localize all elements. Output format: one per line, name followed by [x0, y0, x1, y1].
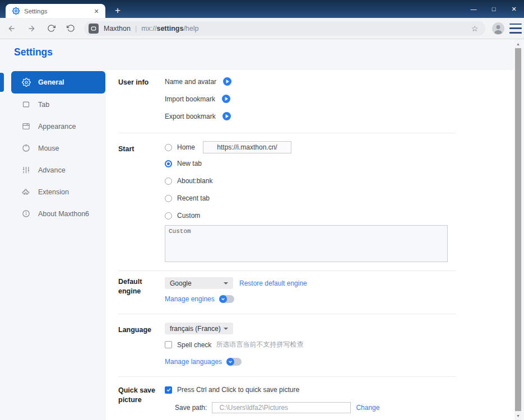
- user-info-row: Name and avatar: [165, 77, 231, 86]
- puzzle-icon: [21, 187, 31, 197]
- arrow-right-icon: [222, 95, 230, 103]
- scroll-up-arrow[interactable]: ▲: [514, 40, 522, 48]
- undo-button[interactable]: [63, 21, 78, 36]
- window-controls: — □ ✕: [463, 0, 524, 18]
- radio-about-blank-label: About:blank: [177, 177, 212, 185]
- tab-settings[interactable]: Settings ✕: [6, 4, 105, 18]
- start-option-custom[interactable]: Custom: [165, 212, 200, 220]
- quick-save-checkbox[interactable]: [165, 386, 172, 394]
- start-option-recent[interactable]: Recent tab: [165, 194, 210, 202]
- radio-about-blank[interactable]: [165, 178, 172, 185]
- quick-save-checkbox-row[interactable]: Press Ctrl and Click to quick save pictu…: [165, 386, 299, 394]
- bookmark-star-icon[interactable]: ☆: [470, 24, 480, 34]
- divider: [118, 376, 456, 377]
- selected-indicator: [0, 73, 4, 92]
- check-icon: [166, 387, 171, 393]
- sidebar-item-label: Extension: [38, 188, 69, 196]
- gear-icon: [12, 7, 20, 15]
- sliders-icon: [21, 165, 31, 175]
- sidebar-item-label: Appearance: [38, 123, 76, 130]
- mouse-icon: [21, 143, 31, 153]
- quick-save-label: Quick save picture: [118, 386, 157, 405]
- start-option-aboutblank[interactable]: About:blank: [165, 177, 212, 185]
- forward-arrow-icon: [27, 24, 36, 33]
- save-path-row: Save path: Change: [175, 402, 379, 413]
- radio-home[interactable]: [165, 144, 172, 151]
- default-engine-row: Google Restore default engine: [165, 277, 307, 289]
- scroll-down-arrow[interactable]: ▼: [514, 412, 522, 419]
- refresh-button[interactable]: [43, 21, 59, 36]
- address-url: mx://settings/help: [141, 25, 198, 32]
- tab-icon: [21, 100, 31, 109]
- back-button[interactable]: [4, 21, 20, 36]
- forward-button[interactable]: [24, 21, 39, 36]
- language-dropdown[interactable]: français (France): [165, 323, 233, 334]
- hamburger-menu-icon[interactable]: [509, 24, 522, 34]
- tab-close-button[interactable]: ✕: [92, 7, 101, 16]
- sidebar-item-about[interactable]: About Maxthon6: [11, 203, 105, 225]
- manage-engines-link[interactable]: Manage engines: [165, 295, 215, 303]
- save-path-label: Save path:: [175, 404, 207, 412]
- browser-window: Settings ✕ + — □ ✕ Maxthon | mx:: [0, 0, 524, 420]
- export-bookmark-go-button[interactable]: [222, 112, 231, 120]
- manage-languages-link[interactable]: Manage languages: [165, 358, 222, 366]
- spell-check-row[interactable]: Spell check 所选语言当前不支持拼写检查: [165, 340, 303, 349]
- arrow-right-icon: [222, 112, 231, 120]
- arrow-right-icon: [223, 77, 231, 86]
- change-path-link[interactable]: Change: [356, 404, 379, 412]
- profile-avatar[interactable]: [491, 22, 505, 35]
- engine-dropdown-value: Google: [170, 279, 192, 287]
- spell-check-note: 所选语言当前不支持拼写检查: [216, 340, 303, 349]
- start-option-home[interactable]: Home: [165, 141, 291, 153]
- chevron-down-icon: [226, 358, 234, 366]
- new-tab-button[interactable]: +: [111, 4, 124, 17]
- divider: [118, 270, 456, 271]
- divider: [118, 314, 456, 314]
- sidebar-item-general[interactable]: General: [11, 71, 105, 94]
- manage-languages-row: Manage languages: [165, 358, 242, 366]
- radio-new-tab[interactable]: [165, 160, 172, 167]
- custom-url-textarea[interactable]: Custom: [165, 225, 448, 262]
- manage-languages-toggle[interactable]: [226, 358, 242, 366]
- sidebar-item-advance[interactable]: Advance: [11, 159, 105, 181]
- start-option-newtab[interactable]: New tab: [165, 160, 202, 167]
- address-separator: |: [135, 24, 137, 32]
- sidebar-item-extension[interactable]: Extension: [11, 181, 105, 203]
- engine-dropdown[interactable]: Google: [165, 277, 233, 289]
- spell-check-checkbox[interactable]: [165, 341, 172, 348]
- page-title: Settings: [14, 46, 53, 58]
- spell-check-label: Spell check: [177, 341, 211, 349]
- maximize-button[interactable]: □: [484, 0, 504, 18]
- address-bar[interactable]: Maxthon | mx://settings/help ☆: [84, 21, 485, 36]
- manage-engines-toggle[interactable]: [219, 295, 234, 303]
- minimize-button[interactable]: —: [463, 0, 484, 18]
- scrollbar-thumb[interactable]: [515, 48, 521, 411]
- name-avatar-label: Name and avatar: [165, 78, 216, 86]
- address-brand: Maxthon: [104, 25, 131, 32]
- save-path-input[interactable]: [212, 402, 351, 413]
- import-bookmark-label: Import bookmark: [165, 95, 215, 103]
- window-icon: [21, 122, 31, 131]
- chevron-down-icon: [224, 282, 228, 284]
- chevron-down-icon: [219, 295, 227, 303]
- name-avatar-go-button[interactable]: [223, 77, 231, 86]
- avatar-icon: [491, 22, 505, 35]
- chevron-down-icon: [224, 328, 228, 330]
- sidebar-item-mouse[interactable]: Mouse: [11, 137, 105, 159]
- radio-recent-tab[interactable]: [165, 195, 172, 202]
- export-bookmark-label: Export bookmark: [165, 113, 216, 120]
- default-engine-label: Default engine: [118, 277, 152, 296]
- import-bookmark-go-button[interactable]: [222, 95, 230, 103]
- restore-engine-link[interactable]: Restore default engine: [239, 279, 307, 287]
- refresh-icon: [47, 24, 55, 32]
- settings-panel: User info Name and avatar Import bookmar…: [106, 70, 514, 420]
- tab-title: Settings: [24, 8, 92, 15]
- sidebar-item-label: Tab: [38, 101, 49, 109]
- sidebar-item-appearance[interactable]: Appearance: [11, 115, 105, 137]
- close-button[interactable]: ✕: [504, 0, 524, 18]
- scrollbar[interactable]: ▲ ▼: [514, 39, 522, 420]
- maxthon-logo-icon: [89, 24, 99, 34]
- sidebar-item-tab[interactable]: Tab: [11, 94, 105, 115]
- radio-custom[interactable]: [165, 212, 172, 220]
- home-url-input[interactable]: [203, 141, 291, 153]
